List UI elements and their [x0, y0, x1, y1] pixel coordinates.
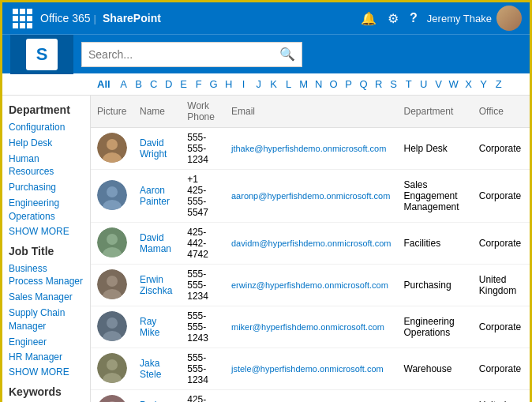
cell-name: David Maman — [133, 223, 181, 265]
cell-department: Facilities — [398, 223, 473, 265]
col-name: Name — [133, 96, 181, 128]
table-row: Jaka Stele555-555-1234jstele@hyperfishde… — [91, 348, 530, 390]
alpha-W[interactable]: W — [448, 78, 460, 90]
alpha-F[interactable]: F — [193, 78, 205, 90]
nav-icon-group: 🔔 ⚙ ? — [361, 11, 418, 26]
alpha-L[interactable]: L — [283, 78, 295, 90]
job-engineer[interactable]: Engineer — [9, 336, 84, 349]
cell-department: Sales Engagement Management — [398, 170, 473, 223]
search-button[interactable]: 🔍 — [279, 47, 295, 62]
cell-phone: 555-555-1243 — [181, 306, 225, 348]
dept-configuration[interactable]: Configuration — [9, 121, 84, 134]
table-row: Aaron Painter+1 425-555-5547aaronp@hyper… — [91, 170, 530, 223]
cell-email: erwinz@hyperfishdemo.onmicrosoft.com — [225, 265, 398, 306]
table-row: David Wright555-555-1234jthake@hyperfish… — [91, 128, 530, 170]
settings-icon[interactable]: ⚙ — [388, 11, 399, 26]
alpha-D[interactable]: D — [163, 78, 175, 90]
alpha-K[interactable]: K — [268, 78, 280, 90]
person-email-link[interactable]: miker@hyperfishdemo.onmicrosoft.com — [231, 322, 384, 332]
help-icon[interactable]: ? — [410, 11, 418, 25]
nav-bar-separator: | — [94, 13, 96, 24]
job-hr-manager[interactable]: HR Manager — [9, 351, 84, 364]
alpha-Q[interactable]: Q — [358, 78, 370, 90]
dept-purchasing[interactable]: Purchasing — [9, 181, 84, 194]
alpha-Z[interactable]: Z — [493, 78, 505, 90]
alpha-Y[interactable]: Y — [478, 78, 490, 90]
person-photo-icon — [97, 395, 127, 403]
person-name-link[interactable]: Jaka Stele — [140, 358, 161, 380]
person-photo-icon — [97, 353, 127, 383]
cell-photo — [91, 128, 133, 170]
person-name-link[interactable]: Ray Mike — [140, 316, 159, 338]
cell-photo — [91, 306, 133, 348]
person-photo-icon — [97, 311, 127, 341]
cell-email: miker@hyperfishdemo.onmicrosoft.com — [225, 306, 398, 348]
alpha-I[interactable]: I — [238, 78, 250, 90]
sp-logo[interactable]: S — [10, 35, 73, 74]
waffle-menu-button[interactable] — [10, 6, 34, 30]
person-name-link[interactable]: Erwin Zischka — [140, 274, 172, 296]
svg-point-13 — [107, 317, 118, 329]
person-photo-icon — [97, 269, 127, 299]
alpha-T[interactable]: T — [403, 78, 415, 90]
svg-point-16 — [107, 359, 118, 370]
alpha-H[interactable]: H — [223, 78, 235, 90]
cell-photo — [91, 390, 133, 403]
cell-office: United Kingdom — [473, 265, 530, 306]
top-navigation: Office 365 | SharePoint 🔔 ⚙ ? Jeremy Tha… — [2, 2, 530, 34]
alpha-G[interactable]: G — [208, 78, 220, 90]
user-profile[interactable]: Jeremy Thake — [427, 6, 522, 31]
alpha-N[interactable]: N — [313, 78, 325, 90]
dept-engineering-ops[interactable]: Engineering Operations — [9, 197, 84, 224]
cell-office: Corporate — [473, 170, 530, 223]
waffle-icon — [13, 9, 32, 28]
cell-department: Warehouse — [398, 348, 473, 390]
cell-department: Sales — [398, 390, 473, 403]
person-email-link[interactable]: jstele@hyperfishdemo.onmicrosoft.com — [231, 364, 384, 374]
dept-human-resources[interactable]: Human Resources — [9, 152, 84, 179]
cell-name: David Wright — [133, 128, 181, 170]
job-sales-manager[interactable]: Sales Manager — [9, 291, 84, 304]
person-email-link[interactable]: aaronp@hyperfishdemo.onmicrosoft.com — [231, 191, 390, 201]
sharepoint-bar: S 🔍 — [2, 34, 530, 73]
dept-show-more[interactable]: SHOW MORE — [9, 226, 84, 237]
alpha-B[interactable]: B — [133, 78, 145, 90]
job-bpm[interactable]: Business Process Manager — [9, 262, 84, 289]
alpha-E[interactable]: E — [178, 78, 190, 90]
dept-help-desk[interactable]: Help Desk — [9, 137, 84, 150]
person-email-link[interactable]: davidm@hyperfishdemo.onmicrosoft.com — [231, 239, 392, 248]
office365-label[interactable]: Office 365 — [40, 12, 91, 24]
person-name-link[interactable]: David Maman — [140, 232, 171, 254]
alpha-X[interactable]: X — [463, 78, 475, 90]
job-show-more[interactable]: SHOW MORE — [9, 366, 84, 378]
person-photo-icon — [97, 227, 127, 257]
alpha-P[interactable]: P — [343, 78, 355, 90]
person-name-link[interactable]: Aaron Painter — [140, 185, 170, 207]
person-email-link[interactable]: erwinz@hyperfishdemo.onmicrosoft.com — [231, 280, 388, 290]
cell-photo — [91, 223, 133, 265]
alpha-S[interactable]: S — [388, 78, 400, 90]
person-email-link[interactable]: jthake@hyperfishdemo.onmicrosoft.com — [231, 144, 386, 153]
notification-icon[interactable]: 🔔 — [361, 11, 377, 26]
alpha-M[interactable]: M — [298, 78, 310, 90]
alpha-A[interactable]: A — [118, 78, 130, 90]
alpha-V[interactable]: V — [433, 78, 445, 90]
cell-email: davidm@hyperfishdemo.onmicrosoft.com — [225, 223, 398, 265]
table-row: Ray Mike555-555-1243miker@hyperfishdemo.… — [91, 306, 530, 348]
cell-name: Erwin Zischka — [133, 265, 181, 306]
person-name-link[interactable]: David Wright — [140, 137, 167, 160]
alpha-R[interactable]: R — [373, 78, 385, 90]
col-email: Email — [225, 96, 398, 128]
job-supply-chain[interactable]: Supply Chain Manager — [9, 306, 84, 333]
svg-point-1 — [107, 139, 118, 150]
alpha-C[interactable]: C — [148, 78, 160, 90]
department-section-title: Department — [9, 103, 84, 116]
sharepoint-label[interactable]: SharePoint — [103, 12, 361, 24]
search-input[interactable] — [88, 48, 279, 61]
cell-photo — [91, 170, 133, 223]
alpha-all[interactable]: All — [97, 78, 111, 90]
alpha-U[interactable]: U — [418, 78, 430, 90]
alpha-J[interactable]: J — [253, 78, 265, 90]
cell-phone: 425-442-4742 — [181, 223, 225, 265]
alpha-O[interactable]: O — [328, 78, 340, 90]
